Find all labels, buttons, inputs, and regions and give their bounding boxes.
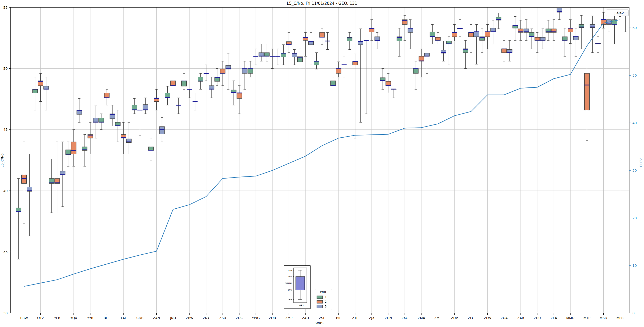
series1-label: 1 [325, 295, 327, 299]
svg-text:YQX: YQX [70, 316, 77, 320]
boxes-series-1 [16, 12, 617, 259]
boxplot-explainer-inset: max 75% median 25% min WRS [284, 265, 311, 309]
gridlines [11, 7, 629, 313]
svg-text:45: 45 [3, 128, 8, 132]
svg-text:ZAB: ZAB [517, 316, 524, 320]
svg-text:ZDC: ZDC [236, 316, 243, 320]
series2-swatch-icon [317, 300, 323, 303]
boxplot-figure: 3035404550550102030405060BRWOTZYFBYQXYYR… [0, 0, 644, 327]
wre-legend-item: 3 [317, 305, 330, 308]
svg-text:20: 20 [632, 216, 637, 220]
svg-text:YYR: YYR [87, 316, 93, 320]
axis-ticks-and-labels: 3035404550550102030405060BRWOTZYFBYQXYYR… [3, 6, 637, 320]
svg-text:YWG: YWG [252, 316, 260, 320]
y2-axis-label: ELEV [639, 147, 643, 179]
wre-legend-item: 1 [317, 295, 330, 299]
svg-text:ZME: ZME [434, 316, 441, 320]
svg-text:ZOB: ZOB [269, 316, 276, 320]
elev-legend-line-icon [608, 13, 615, 13]
svg-text:BRW: BRW [20, 316, 28, 320]
svg-text:40: 40 [632, 121, 637, 125]
svg-text:55: 55 [3, 6, 8, 10]
inset-25-label: 25% [282, 289, 292, 291]
svg-text:MPR: MPR [617, 316, 624, 320]
svg-text:CDB: CDB [136, 316, 143, 320]
svg-text:ZAN: ZAN [153, 316, 160, 320]
svg-text:50: 50 [632, 73, 637, 77]
svg-text:ZKC: ZKC [402, 316, 408, 320]
wre-legend: WRE 1 2 3 [315, 289, 332, 310]
boxplot-chart-svg: 3035404550550102030405060BRWOTZYFBYQXYYR… [0, 0, 644, 327]
elev-legend: elev [606, 10, 629, 16]
svg-text:ZSE: ZSE [319, 316, 325, 320]
svg-text:ZMP: ZMP [285, 316, 293, 320]
svg-text:OTZ: OTZ [37, 316, 44, 320]
series1-swatch-icon [317, 296, 323, 299]
svg-text:35: 35 [3, 250, 8, 254]
svg-text:MMD: MMD [566, 316, 574, 320]
wre-legend-title: WRE [317, 290, 330, 294]
y-axis-label: L5_C/No [0, 142, 4, 179]
svg-text:ZJX: ZJX [369, 316, 374, 320]
axes-spines [11, 7, 629, 313]
wre-legend-item: 2 [317, 300, 330, 303]
boxplot-explainer-diagram [284, 266, 310, 308]
svg-text:ZLC: ZLC [468, 316, 474, 320]
chart-title: L5_C/No: Fri 11/01/2024 - GEO: 131 [0, 1, 644, 6]
svg-text:30: 30 [632, 169, 637, 172]
svg-text:60: 60 [632, 26, 637, 30]
svg-text:40: 40 [3, 189, 8, 193]
svg-text:BET: BET [104, 316, 110, 320]
svg-text:ZFW: ZFW [484, 316, 491, 320]
series2-label: 2 [325, 300, 327, 303]
inset-max-label: max [282, 269, 292, 272]
svg-text:0: 0 [632, 311, 634, 315]
svg-text:ZHU: ZHU [534, 316, 541, 320]
svg-text:MSD: MSD [600, 316, 607, 320]
svg-text:ZOA: ZOA [501, 316, 508, 320]
series3-label: 3 [325, 305, 327, 308]
svg-text:ZAU: ZAU [302, 316, 309, 320]
svg-text:ZLA: ZLA [551, 316, 557, 320]
svg-text:ZTL: ZTL [352, 316, 358, 320]
svg-text:ZDV: ZDV [451, 316, 458, 320]
svg-text:ZMA: ZMA [418, 316, 425, 320]
svg-text:ZNY: ZNY [203, 316, 210, 320]
svg-text:ZBW: ZBW [186, 316, 193, 320]
svg-text:30: 30 [3, 311, 8, 315]
inset-x-label: WRS [295, 304, 308, 307]
svg-text:ZHN: ZHN [385, 316, 392, 320]
elev-legend-label: elev [617, 11, 624, 15]
svg-text:MTP: MTP [584, 316, 590, 320]
inset-min-label: min [282, 298, 292, 301]
svg-text:FAI: FAI [121, 316, 126, 320]
x-axis-label: WRS [0, 321, 639, 325]
boxes-series-3 [27, 8, 628, 236]
series3-swatch-icon [317, 305, 323, 308]
svg-text:YFB: YFB [54, 316, 60, 320]
svg-text:10: 10 [632, 264, 637, 268]
svg-text:50: 50 [3, 67, 8, 71]
svg-text:BIL: BIL [336, 316, 341, 320]
svg-text:JNU: JNU [170, 316, 176, 320]
inset-median-label: median [282, 282, 292, 284]
svg-text:ZSU: ZSU [219, 316, 226, 320]
inset-75-label: 75% [282, 275, 292, 278]
